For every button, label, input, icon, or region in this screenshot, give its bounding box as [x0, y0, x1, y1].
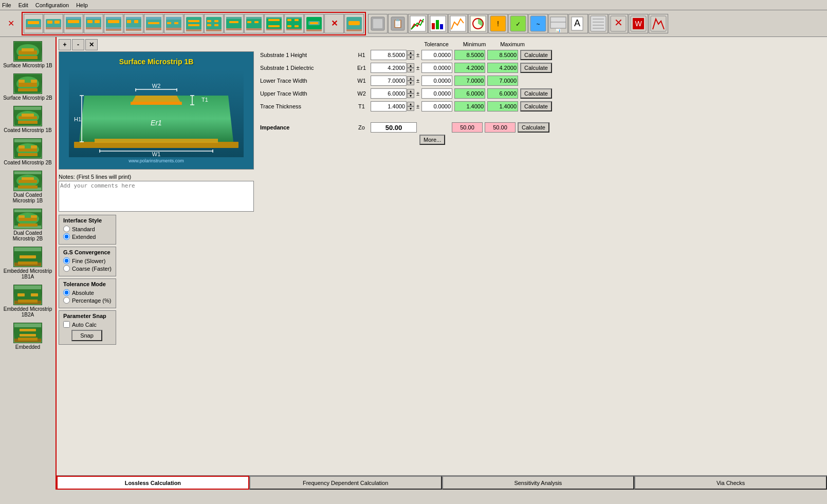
impedance-min[interactable]	[452, 122, 483, 133]
menu-edit[interactable]: Edit	[19, 2, 28, 8]
menu-configuration[interactable]: Configuration	[35, 2, 69, 8]
reset-view-button[interactable]: ✕	[85, 39, 98, 50]
sidebar-item-embedded-1b2a[interactable]: Embedded Microstrip 1B2A	[2, 283, 53, 320]
tb-type-16[interactable]	[344, 14, 364, 33]
tb-type-13[interactable]	[264, 14, 284, 33]
tb-type-9[interactable]	[184, 14, 204, 33]
param-calc-0[interactable]: Calculate	[520, 50, 552, 60]
tb-plain-2[interactable]: 📋	[388, 14, 408, 33]
tb-coated-ms-2[interactable]	[84, 14, 103, 33]
sidebar-item-embedded-1b1a[interactable]: Embedded Microstrip 1B1A	[2, 245, 53, 282]
interface-extended-radio[interactable]	[63, 233, 70, 240]
tb-embedded-2[interactable]	[164, 14, 183, 33]
sidebar-item-coated-ms-1b[interactable]: Coated Microstrip 1B	[2, 104, 53, 135]
snap-button[interactable]: Snap	[71, 330, 102, 341]
param-max-2[interactable]	[487, 76, 518, 86]
tb-type-11[interactable]	[224, 14, 244, 33]
param-spin-up-3[interactable]: ▲	[407, 89, 414, 94]
impedance-value[interactable]	[371, 122, 417, 133]
gs-coarse-radio[interactable]	[63, 265, 70, 272]
param-calc-3[interactable]: Calculate	[520, 88, 552, 99]
tb-dual-coated-2[interactable]	[124, 14, 143, 33]
tb-misc-1[interactable]: 📊	[548, 14, 568, 33]
param-max-0[interactable]	[487, 50, 518, 60]
notes-textarea[interactable]	[59, 181, 254, 212]
auto-calc-checkbox[interactable]	[63, 321, 70, 328]
param-value-3[interactable]	[371, 88, 407, 99]
tb-graph-2[interactable]	[428, 14, 448, 33]
param-min-4[interactable]	[454, 101, 485, 111]
param-tol-3[interactable]	[421, 88, 452, 99]
param-tol-1[interactable]	[421, 63, 452, 73]
param-value-2[interactable]	[371, 76, 407, 86]
tb-plain-1[interactable]	[368, 14, 388, 33]
param-spin-down-3[interactable]: ▼	[407, 94, 414, 98]
tb-dual-coated-1[interactable]	[104, 14, 123, 33]
sidebar-item-coated-ms-2b[interactable]: Coated Microstrip 2B	[2, 136, 53, 167]
sidebar-item-surface-ms-2b[interactable]: Surface Microstrip 2B	[2, 71, 53, 103]
tb-surface-ms-1[interactable]	[24, 14, 43, 33]
param-spin-up-1[interactable]: ▲	[407, 63, 414, 68]
tb-color-3[interactable]: ~	[528, 14, 548, 33]
tb-type-15[interactable]	[304, 14, 324, 33]
impedance-max[interactable]	[485, 122, 516, 133]
close-button[interactable]: ✕	[1, 14, 21, 33]
menu-file[interactable]: File	[2, 2, 11, 8]
tolerance-absolute-radio[interactable]	[63, 289, 70, 296]
param-calc-4[interactable]: Calculate	[520, 101, 552, 111]
tolerance-percent-radio[interactable]	[63, 297, 70, 304]
tb-embedded-1[interactable]	[144, 14, 163, 33]
tab-sensitivity-analysis[interactable]: Sensitivity Analysis	[442, 476, 635, 490]
tab-frequency-dependent[interactable]: Frequency Dependent Calculation	[249, 476, 442, 490]
zoom-out-button[interactable]: -	[72, 39, 84, 50]
tb-misc-6[interactable]	[649, 14, 668, 33]
param-tol-2[interactable]	[421, 76, 452, 86]
gs-fine-radio[interactable]	[63, 257, 70, 264]
param-calc-1[interactable]: Calculate	[520, 63, 552, 73]
menu-help[interactable]: Help	[76, 2, 88, 8]
param-max-3[interactable]	[487, 88, 518, 99]
sidebar-item-surface-ms-1b[interactable]: Surface Microstrip 1B	[2, 39, 53, 70]
tb-delete-button[interactable]: ✕	[324, 14, 344, 33]
param-value-1[interactable]	[371, 63, 407, 73]
tb-type-14[interactable]	[284, 14, 304, 33]
tb-type-12[interactable]	[244, 14, 264, 33]
tb-surface-ms-2[interactable]	[44, 14, 63, 33]
tb-misc-5[interactable]: W	[629, 14, 648, 33]
tb-misc-3[interactable]	[589, 14, 608, 33]
impedance-calc-button[interactable]: Calculate	[518, 122, 549, 133]
tab-lossless-calculation[interactable]: Lossless Calculation	[57, 476, 249, 490]
tb-type-10[interactable]	[204, 14, 224, 33]
param-spin-up-2[interactable]: ▲	[407, 76, 414, 81]
param-max-4[interactable]	[487, 101, 518, 111]
param-value-0[interactable]	[371, 50, 407, 60]
param-spin-up-0[interactable]: ▲	[407, 50, 414, 55]
param-min-3[interactable]	[454, 88, 485, 99]
tb-color-2[interactable]: ✓	[508, 14, 528, 33]
zoom-in-button[interactable]: +	[59, 39, 71, 50]
param-min-0[interactable]	[454, 50, 485, 60]
tb-graph-3[interactable]	[448, 14, 468, 33]
param-spin-down-2[interactable]: ▼	[407, 81, 414, 85]
param-spin-down-4[interactable]: ▼	[407, 106, 414, 111]
param-tol-0[interactable]	[421, 50, 452, 60]
param-min-1[interactable]	[454, 63, 485, 73]
param-spin-down-0[interactable]: ▼	[407, 55, 414, 60]
tb-graph-1[interactable]	[408, 14, 428, 33]
interface-standard-radio[interactable]	[63, 226, 70, 232]
param-value-4[interactable]	[371, 101, 407, 111]
param-max-1[interactable]	[487, 63, 518, 73]
tb-misc-4[interactable]: ✕	[609, 14, 628, 33]
sidebar-item-embedded[interactable]: Embedded	[2, 321, 53, 352]
param-min-2[interactable]	[454, 76, 485, 86]
tb-graph-4[interactable]	[468, 14, 488, 33]
tb-coated-ms-1[interactable]	[64, 14, 83, 33]
tb-color-1[interactable]: !	[488, 14, 508, 33]
param-tol-4[interactable]	[421, 101, 452, 111]
sidebar-item-dual-coated-2b[interactable]: Dual Coated Microstrip 2B	[2, 207, 53, 244]
more-button[interactable]: More...	[419, 135, 445, 145]
param-spin-up-4[interactable]: ▲	[407, 102, 414, 106]
sidebar-item-dual-coated-1b[interactable]: Dual Coated Microstrip 1B	[2, 169, 53, 206]
tab-via-checks[interactable]: Via Checks	[634, 476, 827, 490]
tb-misc-2[interactable]: A	[568, 14, 588, 33]
